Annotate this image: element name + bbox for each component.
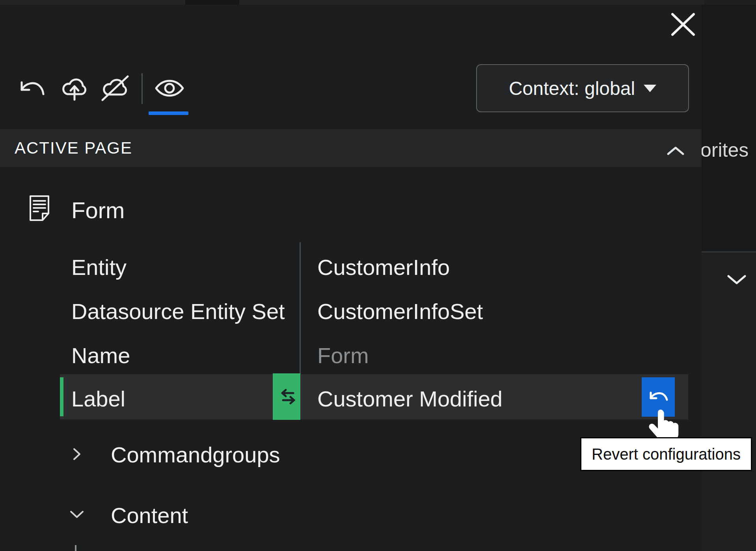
top-strip-notch [185,0,239,5]
property-value-datasource-entity-set[interactable]: CustomerInfoSet [317,299,483,324]
group-commandgroups[interactable]: Commandgroups [111,442,280,468]
undo-arrow-icon [648,390,668,404]
chevron-up-icon [667,146,685,156]
tooltip-text: Revert configurations [592,445,741,463]
group-content[interactable]: Content [111,503,188,528]
form-document-icon [28,195,50,222]
property-name-entity: Entity [71,254,127,280]
clipped-chevron-mark [75,545,76,551]
chevron-down-icon[interactable] [69,510,84,519]
property-value-label[interactable]: Customer Modified [317,386,503,412]
context-dropdown[interactable]: Context: global [476,64,689,112]
close-icon [670,13,696,36]
right-rail-upper [702,5,756,252]
modified-accent-bar [60,377,63,416]
top-strip-right [704,0,756,5]
screen: orites [0,0,756,551]
active-page-title: ACTIVE PAGE [15,139,132,158]
tooltip: Revert configurations [580,437,752,471]
active-tab-underline [149,111,188,115]
active-page-header[interactable]: ACTIVE PAGE [0,129,702,167]
context-dropdown-label: Context: global [509,78,635,99]
collapse-section-button[interactable] [665,144,686,158]
chevron-right-icon[interactable] [73,447,81,461]
chevron-down-icon[interactable] [727,275,746,285]
property-name-label: Label [71,386,125,412]
right-rail-lower [702,252,756,551]
cloud-upload-icon [59,75,90,101]
cloud-offline-icon [99,74,132,102]
property-name-datasource-entity-set: Datasource Entity Set [71,299,285,324]
preview-button[interactable] [151,75,188,102]
top-app-strip [0,0,756,5]
undo-icon [19,79,46,97]
undo-button[interactable] [16,76,49,101]
swap-configuration-button[interactable] [273,373,300,420]
property-name-name: Name [71,343,130,368]
toolbar-separator [142,73,143,104]
publish-button[interactable] [56,73,93,103]
offline-toggle-button[interactable] [96,72,134,105]
property-value-entity[interactable]: CustomerInfo [317,254,450,280]
caret-down-icon [644,85,656,92]
favorites-clipped-label: orites [700,139,749,161]
swap-arrows-icon [277,388,296,405]
tree-root-label[interactable]: Form [71,197,125,223]
property-value-name[interactable]: Form [317,343,369,368]
property-column-divider [300,242,301,375]
preview-eye-icon [154,78,185,99]
close-button[interactable] [668,11,698,38]
